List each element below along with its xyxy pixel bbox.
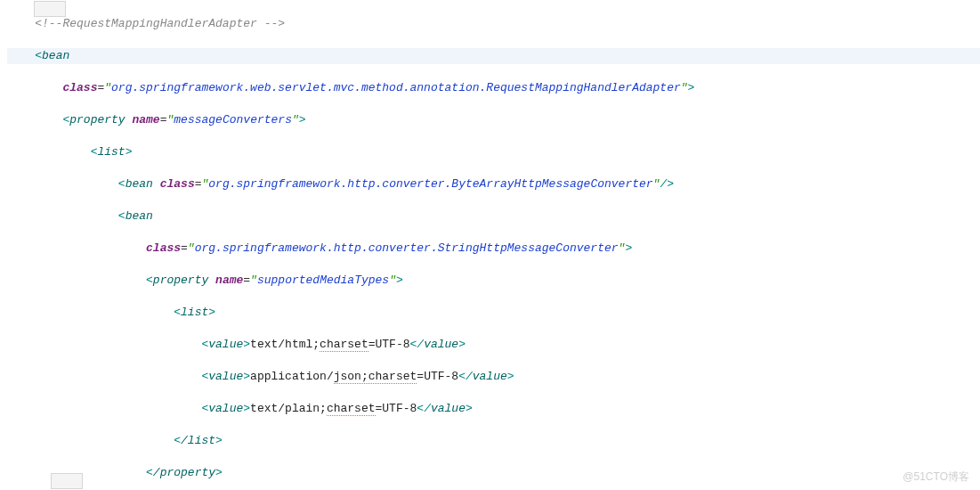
selection-highlight [51, 473, 83, 489]
code-editor[interactable]: <!--RequestMappingHandlerAdapter --> <be… [0, 0, 980, 490]
bytearray-class: org.springframework.http.converter.ByteA… [208, 177, 652, 191]
bean-open: bean [42, 49, 69, 62]
string-class: org.springframework.http.converter.Strin… [195, 241, 619, 255]
watermark: @51CTO博客 [903, 469, 969, 485]
root-class-value: org.springframework.web.servlet.mvc.meth… [111, 81, 681, 94]
selection-highlight [34, 1, 66, 17]
xml-comment: RequestMappingHandlerAdapter [62, 17, 256, 30]
code-line[interactable]: <bean [7, 48, 980, 64]
